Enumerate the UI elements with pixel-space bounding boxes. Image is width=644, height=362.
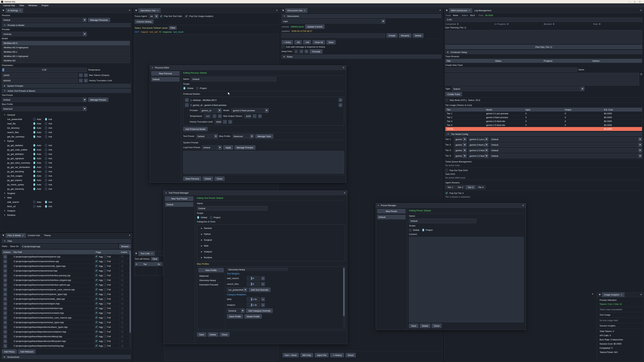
- save-persona-button[interactable]: Save Persona: [183, 176, 201, 181]
- rename-discussion-button[interactable]: Rename: [399, 33, 412, 38]
- tab-ai-settings[interactable]: AI Settings ✕: [6, 8, 23, 13]
- delete-preset-button[interactable]: Delete: [420, 324, 430, 328]
- files-scrollbar[interactable]: [130, 251, 131, 347]
- tier-preset-select[interactable]: Default: [490, 143, 642, 147]
- persona-list-item[interactable]: Default: [151, 77, 180, 82]
- maximize-button[interactable]: ▢: [634, 1, 635, 3]
- pm-max-out-increment[interactable]: +: [258, 114, 262, 118]
- group-collapse-icon[interactable]: ▼: [4, 140, 6, 142]
- bias-profile-list-item[interactable]: Execution-Focused: [198, 282, 224, 287]
- full-checkbox[interactable]: [104, 269, 106, 272]
- persona-select[interactable]: Default: [2, 18, 87, 22]
- model-list-item[interactable]: MiniMax-M2: [2, 58, 130, 63]
- remove-file-button[interactable]: x: [3, 278, 7, 282]
- ask-radio[interactable]: [45, 200, 47, 204]
- panel-collapse-icon[interactable]: [598, 293, 602, 297]
- tier-model-config-header[interactable]: ▼ Tier Model Config: [445, 132, 642, 136]
- clear-tool-calls-button[interactable]: Clear: [151, 257, 159, 261]
- full-checkbox[interactable]: [104, 321, 106, 324]
- remove-file-button[interactable]: x: [3, 293, 7, 296]
- group-collapse-icon[interactable]: ▼: [4, 197, 6, 198]
- remove-file-button[interactable]: x: [3, 297, 7, 301]
- provider-model-section-header[interactable]: ▼ Provider & Model: [2, 23, 131, 27]
- save-tool-preset-button[interactable]: Save: [197, 332, 206, 337]
- ask-radio[interactable]: [45, 174, 47, 177]
- tab-close-icon[interactable]: ✕: [304, 9, 306, 12]
- tier-preset-select[interactable]: Default: [490, 148, 642, 152]
- auto-radio[interactable]: [33, 205, 36, 208]
- dialog-close-icon[interactable]: ✕: [343, 66, 344, 69]
- tier-provider-select[interactable]: gemini: [454, 154, 467, 158]
- clear-status-button[interactable]: Clear: [169, 26, 177, 30]
- entry-action-button[interactable]: Save: [326, 40, 336, 44]
- auto-radio[interactable]: [33, 187, 36, 191]
- panel-close-icon[interactable]: ✕: [640, 9, 642, 11]
- full-checkbox[interactable]: [104, 330, 106, 333]
- auto-radio[interactable]: [33, 200, 36, 204]
- full-checkbox[interactable]: [104, 293, 106, 296]
- add-wildcard-button[interactable]: Add Wildcard: [18, 350, 36, 354]
- system-prompt-textarea[interactable]: [183, 151, 344, 174]
- tab-close-icon[interactable]: ✕: [468, 9, 470, 12]
- tier-provider-select[interactable]: gemini: [454, 143, 467, 147]
- minimize-button[interactable]: –: [629, 1, 630, 3]
- ask-radio[interactable]: [45, 131, 47, 134]
- agg-checkbox[interactable]: [95, 283, 98, 286]
- agg-checkbox[interactable]: [95, 335, 98, 338]
- tier-preset-select[interactable]: Default: [490, 154, 642, 158]
- stream-tab[interactable]: Tier 1: [445, 185, 455, 189]
- category-node[interactable]: ▶ Surgical: [199, 238, 343, 242]
- tab-context-hub[interactable]: Context Hub: [26, 233, 42, 238]
- manage-tools-button[interactable]: Manage Tools: [255, 134, 273, 138]
- bias-scrollbar[interactable]: [343, 268, 345, 328]
- ask-radio[interactable]: [45, 144, 47, 147]
- save-profile-button[interactable]: Save Profile: [227, 314, 243, 319]
- full-checkbox[interactable]: [104, 340, 106, 343]
- pm-temp-decrement[interactable]: -: [213, 114, 216, 118]
- auto-radio[interactable]: [33, 166, 36, 169]
- full-checkbox[interactable]: [104, 260, 106, 263]
- entry-action-button[interactable]: +All: [303, 40, 311, 44]
- auto-radio[interactable]: [33, 179, 36, 182]
- auto-radio[interactable]: [33, 148, 36, 151]
- bias-profile-list-item[interactable]: Discovery-Heavy: [198, 278, 224, 282]
- preset-name-input[interactable]: Default: [409, 219, 476, 223]
- remove-file-button[interactable]: x: [3, 288, 7, 292]
- composer-button[interactable]: Inject File: [315, 353, 328, 357]
- ask-radio[interactable]: [45, 122, 47, 125]
- tab-close-icon[interactable]: ✕: [157, 9, 159, 12]
- slider-handle[interactable]: [251, 304, 252, 307]
- full-checkbox[interactable]: [104, 279, 106, 282]
- slider-handle[interactable]: [251, 283, 252, 286]
- panel-close-icon[interactable]: ✕: [129, 9, 130, 11]
- keep-pairs-input[interactable]: 2: [294, 49, 298, 54]
- agg-checkbox[interactable]: [95, 302, 98, 305]
- stream-tab[interactable]: Tier 2: [456, 185, 466, 189]
- remove-multiplier-button[interactable]: x: [261, 303, 265, 307]
- preset-manager-titlebar[interactable]: ▼ Preset Manager ✕: [376, 203, 526, 208]
- temperature-slider[interactable]: 0.00: [2, 68, 87, 72]
- menu-item[interactable]: Project: [40, 4, 50, 7]
- category-override-select[interactable]: General: [227, 309, 245, 313]
- full-checkbox[interactable]: [104, 316, 106, 319]
- create-track-button[interactable]: Create Track: [445, 92, 462, 96]
- delete-profile-button[interactable]: Delete Profile: [244, 314, 262, 319]
- pe-bias-profile-select[interactable]: Balanced: [232, 134, 254, 138]
- ask-radio[interactable]: [45, 118, 47, 121]
- scope-project-radio[interactable]: [196, 87, 198, 90]
- panel-close-icon[interactable]: ✕: [640, 293, 642, 296]
- history-limit-input[interactable]: 900000: [2, 78, 78, 83]
- remove-file-button[interactable]: x: [3, 255, 7, 259]
- delete-persona-button[interactable]: Delete: [202, 176, 213, 181]
- agg-checkbox[interactable]: [95, 345, 98, 347]
- auto-radio[interactable]: [33, 170, 36, 173]
- detached-panel-close-icon[interactable]: ✕: [592, 293, 594, 295]
- group-collapse-icon[interactable]: ▼: [4, 210, 6, 212]
- remove-file-button[interactable]: x: [3, 269, 7, 273]
- tab-close-icon[interactable]: ✕: [151, 252, 153, 255]
- manage-personas-button[interactable]: Manage Personas: [88, 18, 110, 22]
- tier-provider-select[interactable]: gemini: [454, 137, 467, 141]
- pm-max-out-decrement[interactable]: -: [253, 114, 256, 118]
- tier-model-select[interactable]: gemini-3-flash-preview: [468, 143, 488, 147]
- remove-file-button[interactable]: x: [3, 283, 7, 287]
